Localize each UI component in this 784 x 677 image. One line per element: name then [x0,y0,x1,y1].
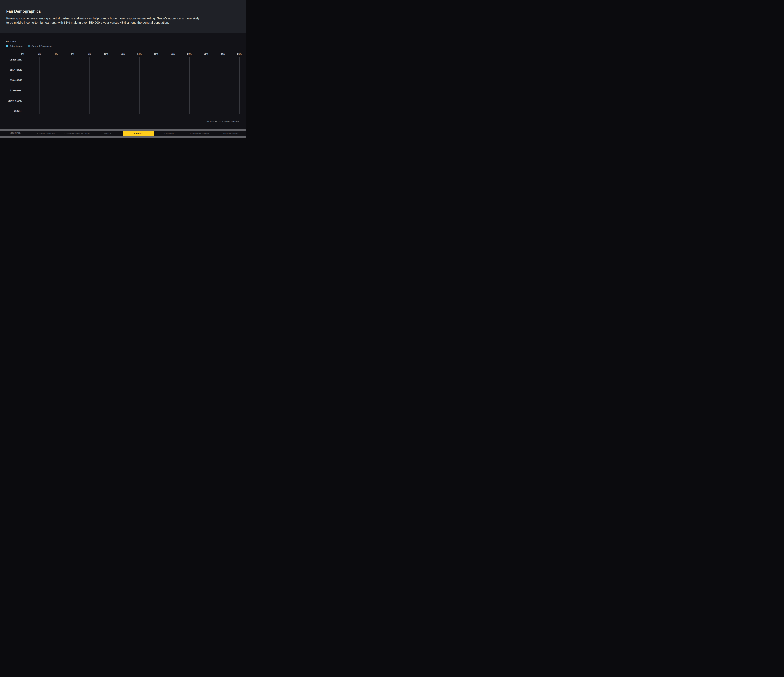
x-tick-label: 20% [187,53,191,55]
header-section: Fan Demographics Knowing income levels a… [0,0,246,33]
x-tick-label: 26% [237,53,242,55]
nav-tabs: 1/ FOOD & BEVERAGE2/ PERSONAL CARE & HYG… [31,131,246,136]
page-description: Knowing income levels among an artist pa… [6,16,216,25]
fan-demographics-slide: Fan Demographics Knowing income levels a… [0,0,246,138]
nav-tab-5[interactable]: 5/ TELECOM [154,131,184,136]
legend-item-0[interactable]: Artist-Aware [6,45,23,47]
nav-tab-1[interactable]: 1/ FOOD & BEVERAGE [31,131,61,136]
chart-section-title: INCOME [6,40,16,43]
legend-label: General Population [31,45,51,47]
category-label: $75K–$99K [0,89,22,92]
x-tick-label: 0% [21,53,24,55]
page-description-line1: Knowing income levels among an artist pa… [6,17,199,20]
x-tick-label: 12% [121,53,125,55]
category-label: $50K–$74K [0,79,22,82]
luminate-logo-text: LUMINATE [10,132,20,134]
category-label: $100K–$124K [0,99,22,102]
nav-tab-3[interactable]: 3/ APPS [92,131,123,136]
nav-tab-6[interactable]: 6/ BANKING & FINANCE [184,131,215,136]
page-title: Fan Demographics [6,9,41,14]
x-tick-label: 18% [171,53,175,55]
bottom-bar: LUMINATE 1/ FOOD & BEVERAGE2/ PERSONAL C… [0,129,246,138]
source-note: SOURCE: ARTIST + GENRE TRACKER [206,120,240,122]
luminate-logo[interactable]: LUMINATE [9,132,22,135]
chart-legend: Artist-AwareGeneral Population [6,45,57,47]
x-tick-label: 2% [38,53,41,55]
x-tick-label: 16% [154,53,158,55]
category-label: $125K+ [0,110,22,112]
x-axis-tick-labels: 0%2%4%6%8%10%12%14%16%18%20%22%24%26% [23,53,240,56]
legend-label: Artist-Aware [10,45,23,47]
x-tick-label: 24% [221,53,225,55]
income-bar-chart-plot [23,57,240,114]
page-description-line2: to be middle income-to-high earners, wit… [6,21,169,24]
nav-tab-7[interactable]: 7/ LUMINATE INDEX [215,131,246,136]
legend-item-1[interactable]: General Population [28,45,51,47]
y-axis-category-labels: Under $25K$25K–$49K$50K–$74K$75K–$99K$10… [0,57,22,114]
x-tick-label: 6% [71,53,74,55]
legend-swatch-icon [6,45,8,47]
category-label: Under $25K [0,58,22,61]
x-tick-label: 4% [54,53,58,55]
x-tick-label: 8% [88,53,91,55]
x-tick-label: 10% [104,53,108,55]
nav-strip: LUMINATE 1/ FOOD & BEVERAGE2/ PERSONAL C… [0,131,246,136]
x-tick-label: 14% [137,53,142,55]
nav-tab-4[interactable]: 4/ TRAVEL [123,131,154,136]
x-tick-label: 22% [204,53,208,55]
nav-tab-2[interactable]: 2/ PERSONAL CARE & HYGIENE [61,131,92,136]
legend-swatch-icon [28,45,30,47]
category-label: $25K–$49K [0,68,22,71]
